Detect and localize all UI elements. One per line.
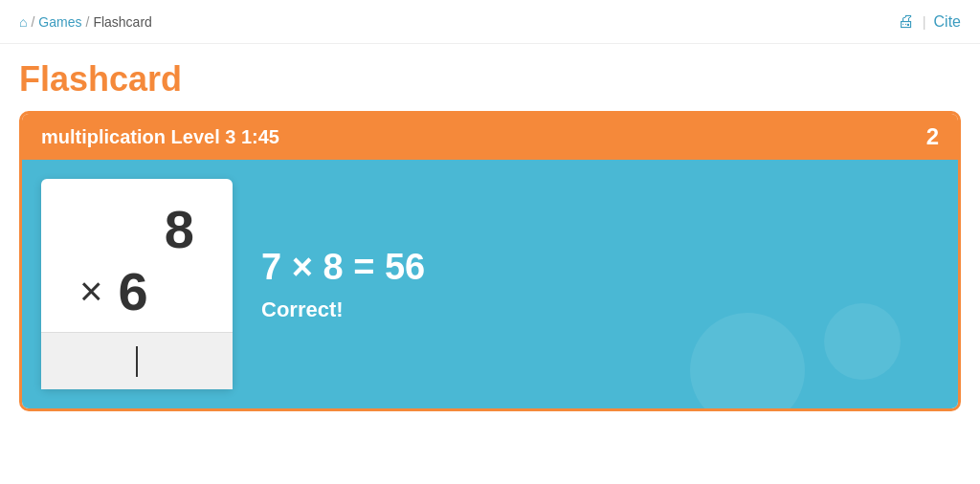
breadcrumb-games[interactable]: Games bbox=[38, 14, 81, 30]
card-info: multiplication Level 3 1:45 bbox=[41, 126, 279, 148]
answer-area: 7 × 8 = 56 Correct! bbox=[261, 247, 425, 322]
breadcrumb-sep2: / bbox=[85, 14, 89, 30]
breadcrumb-current: Flashcard bbox=[93, 14, 151, 30]
flashcard-row: × 6 bbox=[60, 260, 213, 322]
game-card: multiplication Level 3 1:45 2 8 × 6 7 × … bbox=[19, 111, 961, 411]
card-score: 2 bbox=[926, 123, 939, 150]
correct-text: Correct! bbox=[261, 297, 425, 322]
card-body: 8 × 6 7 × 8 = 56 Correct! bbox=[22, 160, 958, 408]
top-actions: 🖨 | Cite bbox=[898, 11, 961, 32]
breadcrumb: ⌂ / Games / Flashcard bbox=[19, 14, 152, 30]
flashcard-operator: × bbox=[79, 269, 103, 315]
divider: | bbox=[923, 13, 926, 30]
top-bar: ⌂ / Games / Flashcard 🖨 | Cite bbox=[0, 0, 980, 44]
flashcard-answer-area[interactable] bbox=[41, 332, 233, 389]
page-title: Flashcard bbox=[0, 44, 980, 111]
flashcard-cursor bbox=[136, 346, 138, 377]
flashcard: 8 × 6 bbox=[41, 179, 233, 389]
flashcard-number2: 6 bbox=[119, 260, 148, 322]
flashcard-top: 8 × 6 bbox=[41, 179, 233, 332]
flashcard-number1: 8 bbox=[165, 198, 194, 260]
print-icon[interactable]: 🖨 bbox=[898, 11, 915, 32]
breadcrumb-home[interactable]: ⌂ bbox=[19, 14, 27, 30]
equation-text: 7 × 8 = 56 bbox=[261, 247, 425, 288]
cite-link[interactable]: Cite bbox=[934, 13, 961, 31]
card-header: multiplication Level 3 1:45 2 bbox=[22, 114, 958, 160]
breadcrumb-sep1: / bbox=[31, 14, 34, 30]
